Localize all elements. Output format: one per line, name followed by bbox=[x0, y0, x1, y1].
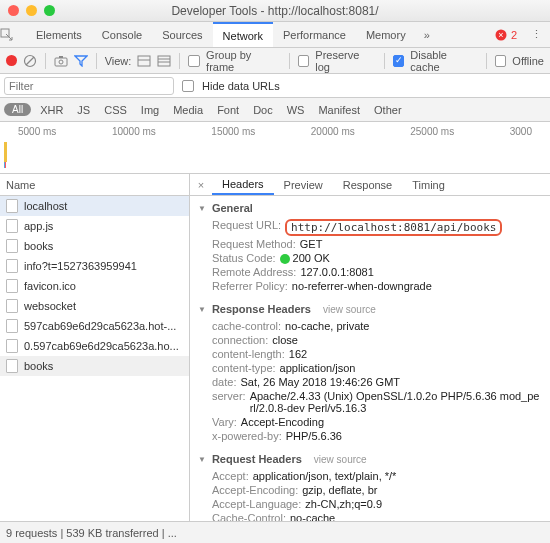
request-row[interactable]: books bbox=[0, 356, 189, 376]
inspect-icon[interactable] bbox=[0, 28, 26, 41]
type-manifest[interactable]: Manifest bbox=[313, 104, 365, 116]
close-details-icon[interactable]: × bbox=[190, 179, 212, 191]
type-css[interactable]: CSS bbox=[99, 104, 132, 116]
section-response-headers-header[interactable]: Response Headersview source bbox=[198, 303, 542, 315]
group-by-frame-label: Group by frame bbox=[206, 49, 281, 73]
section-request-headers-header[interactable]: Request Headersview source bbox=[198, 453, 542, 465]
request-row[interactable]: books bbox=[0, 236, 189, 256]
window-controls bbox=[8, 5, 55, 16]
request-name: favicon.ico bbox=[24, 280, 76, 292]
request-name: info?t=1527363959941 bbox=[24, 260, 137, 272]
svg-rect-8 bbox=[138, 56, 150, 66]
view-source-link[interactable]: view source bbox=[323, 304, 376, 315]
details-tab-response[interactable]: Response bbox=[333, 174, 403, 195]
window-title: Developer Tools - http://localhost:8081/ bbox=[8, 4, 542, 18]
type-media[interactable]: Media bbox=[168, 104, 208, 116]
status-dot-icon bbox=[280, 254, 290, 264]
request-row[interactable]: app.js bbox=[0, 216, 189, 236]
file-icon bbox=[6, 219, 18, 233]
svg-line-4 bbox=[26, 57, 34, 65]
request-details: × Headers Preview Response Timing Genera… bbox=[190, 174, 550, 521]
svg-rect-5 bbox=[55, 58, 67, 66]
type-font[interactable]: Font bbox=[212, 104, 244, 116]
network-toolbar: View: Group by frame Preserve log Disabl… bbox=[0, 48, 550, 74]
filter-bar: Hide data URLs bbox=[0, 74, 550, 98]
disable-cache-label: Disable cache bbox=[410, 49, 477, 73]
minimize-window-button[interactable] bbox=[26, 5, 37, 16]
request-row[interactable]: websocket bbox=[0, 296, 189, 316]
request-row[interactable]: info?t=1527363959941 bbox=[0, 256, 189, 276]
request-name: app.js bbox=[24, 220, 53, 232]
file-icon bbox=[6, 199, 18, 213]
more-tabs-icon[interactable]: » bbox=[416, 29, 438, 41]
view-label: View: bbox=[105, 55, 132, 67]
camera-icon[interactable] bbox=[54, 54, 68, 68]
file-icon bbox=[6, 359, 18, 373]
svg-text:×: × bbox=[498, 30, 503, 40]
type-filter-bar: All XHR JS CSS Img Media Font Doc WS Man… bbox=[0, 98, 550, 122]
view-small-icon[interactable] bbox=[157, 54, 171, 68]
request-row[interactable]: favicon.ico bbox=[0, 276, 189, 296]
tab-console[interactable]: Console bbox=[92, 22, 152, 47]
request-name: 0.597cab69e6d29ca5623a.ho... bbox=[24, 340, 179, 352]
view-source-link[interactable]: view source bbox=[314, 454, 367, 465]
request-name: books bbox=[24, 360, 53, 372]
hide-data-urls-checkbox[interactable] bbox=[182, 80, 194, 92]
offline-checkbox[interactable] bbox=[495, 55, 507, 67]
section-request-headers: Request Headersview source Accept:applic… bbox=[198, 453, 542, 521]
type-xhr[interactable]: XHR bbox=[35, 104, 68, 116]
svg-point-7 bbox=[59, 60, 63, 64]
details-tab-timing[interactable]: Timing bbox=[402, 174, 455, 195]
details-tab-headers[interactable]: Headers bbox=[212, 174, 274, 195]
panel-tabs: Elements Console Sources Network Perform… bbox=[0, 22, 550, 48]
request-row[interactable]: 597cab69e6d29ca5623a.hot-... bbox=[0, 316, 189, 336]
type-ws[interactable]: WS bbox=[282, 104, 310, 116]
window-titlebar: Developer Tools - http://localhost:8081/ bbox=[0, 0, 550, 22]
tab-performance[interactable]: Performance bbox=[273, 22, 356, 47]
request-name: websocket bbox=[24, 300, 76, 312]
request-list: Name localhostapp.jsbooksinfo?t=15273639… bbox=[0, 174, 190, 521]
section-general-header[interactable]: General bbox=[198, 202, 542, 214]
close-window-button[interactable] bbox=[8, 5, 19, 16]
file-icon bbox=[6, 319, 18, 333]
request-row[interactable]: localhost bbox=[0, 196, 189, 216]
error-count[interactable]: × 2 bbox=[489, 29, 523, 41]
details-tab-preview[interactable]: Preview bbox=[274, 174, 333, 195]
tab-elements[interactable]: Elements bbox=[26, 22, 92, 47]
status-bar: 9 requests | 539 KB transferred | ... bbox=[0, 521, 550, 543]
request-list-header[interactable]: Name bbox=[0, 174, 189, 196]
svg-rect-10 bbox=[158, 56, 170, 66]
group-by-frame-checkbox[interactable] bbox=[188, 55, 200, 67]
request-row[interactable]: 0.597cab69e6d29ca5623a.ho... bbox=[0, 336, 189, 356]
file-icon bbox=[6, 259, 18, 273]
preserve-log-label: Preserve log bbox=[315, 49, 375, 73]
disable-cache-checkbox[interactable] bbox=[393, 55, 405, 67]
request-name: localhost bbox=[24, 200, 67, 212]
request-name: books bbox=[24, 240, 53, 252]
type-doc[interactable]: Doc bbox=[248, 104, 278, 116]
type-other[interactable]: Other bbox=[369, 104, 407, 116]
tab-sources[interactable]: Sources bbox=[152, 22, 212, 47]
maximize-window-button[interactable] bbox=[44, 5, 55, 16]
filter-icon[interactable] bbox=[74, 54, 88, 68]
type-img[interactable]: Img bbox=[136, 104, 164, 116]
filter-input[interactable] bbox=[4, 77, 174, 95]
record-button[interactable] bbox=[6, 55, 17, 66]
svg-rect-6 bbox=[59, 56, 63, 58]
file-icon bbox=[6, 299, 18, 313]
type-all[interactable]: All bbox=[4, 103, 31, 116]
type-js[interactable]: JS bbox=[72, 104, 95, 116]
tab-memory[interactable]: Memory bbox=[356, 22, 416, 47]
file-icon bbox=[6, 279, 18, 293]
hide-data-urls-label: Hide data URLs bbox=[202, 80, 280, 92]
preserve-log-checkbox[interactable] bbox=[298, 55, 310, 67]
request-name: 597cab69e6d29ca5623a.hot-... bbox=[24, 320, 176, 332]
offline-label: Offline bbox=[512, 55, 544, 67]
timeline-overview[interactable]: 5000 ms 10000 ms 15000 ms 20000 ms 25000… bbox=[0, 122, 550, 174]
file-icon bbox=[6, 239, 18, 253]
clear-icon[interactable] bbox=[23, 54, 37, 68]
kebab-menu-icon[interactable]: ⋮ bbox=[523, 28, 550, 41]
request-url-value: http://localhost:8081/api/books bbox=[285, 219, 502, 236]
tab-network[interactable]: Network bbox=[213, 22, 273, 47]
view-large-icon[interactable] bbox=[137, 54, 151, 68]
